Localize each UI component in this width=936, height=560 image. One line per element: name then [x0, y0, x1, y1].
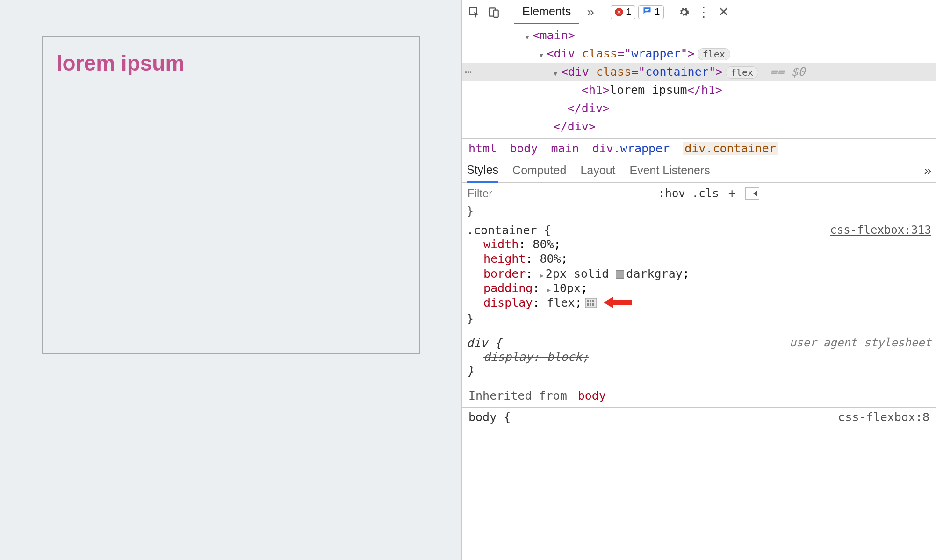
- crumb-main[interactable]: main: [551, 142, 579, 155]
- rule-source-link[interactable]: css-flexbox:8: [838, 410, 929, 424]
- svg-rect-7: [590, 300, 591, 302]
- dom-node-main[interactable]: <main>: [462, 26, 936, 44]
- svg-rect-2: [494, 10, 498, 17]
- more-subtabs-icon[interactable]: »: [924, 163, 931, 178]
- console-ref: == $0: [763, 65, 805, 79]
- svg-rect-6: [587, 300, 589, 302]
- dom-node-h1[interactable]: <h1>lorem ipsum</h1>: [462, 81, 936, 99]
- close-icon[interactable]: ✕: [715, 4, 732, 21]
- tab-elements[interactable]: Elements: [514, 0, 579, 24]
- css-val[interactable]: 10px: [553, 281, 581, 295]
- cls-toggle[interactable]: .cls: [692, 187, 719, 200]
- subtab-styles[interactable]: Styles: [467, 158, 498, 183]
- flex-pill[interactable]: flex: [698, 48, 730, 60]
- css-prop[interactable]: width: [483, 237, 518, 251]
- divider: [508, 5, 508, 19]
- settings-gear-icon[interactable]: [676, 4, 692, 21]
- svg-rect-3: [645, 9, 649, 10]
- breadcrumb: html body main div.wrapper div.container: [462, 138, 936, 158]
- styles-subtabs: Styles Computed Layout Event Listeners »: [462, 158, 936, 183]
- crumb-wrapper[interactable]: div.wrapper: [592, 142, 670, 155]
- css-val[interactable]: flex: [547, 296, 575, 309]
- css-prop[interactable]: padding: [483, 281, 533, 295]
- svg-rect-4: [645, 10, 648, 11]
- kebab-menu-icon[interactable]: ⋮: [695, 4, 712, 21]
- crumb-html[interactable]: html: [468, 142, 497, 155]
- svg-rect-10: [590, 303, 591, 306]
- devtools-toolbar: Elements » ✕ 1 1 ⋮ ✕: [462, 0, 936, 24]
- css-decl-overridden[interactable]: display: block;: [467, 350, 929, 364]
- preview-heading: lorem ipsum: [57, 50, 405, 76]
- subtab-layout[interactable]: Layout: [580, 158, 615, 183]
- container-box: lorem ipsum: [42, 36, 420, 354]
- error-count: 1: [626, 7, 631, 17]
- styles-filter-row: :hov .cls +: [462, 183, 936, 204]
- rule-source-link[interactable]: css-flexbox:313: [830, 223, 931, 237]
- css-rule-body-peek[interactable]: body { css-flexbox:8: [462, 408, 936, 427]
- css-prop[interactable]: border: [483, 267, 526, 280]
- page-preview: lorem ipsum: [0, 0, 461, 560]
- svg-rect-11: [592, 303, 594, 306]
- error-badge[interactable]: ✕ 1: [611, 5, 635, 19]
- dom-node-wrapper[interactable]: <div class="wrapper">flex: [462, 44, 936, 63]
- inherited-label: Inherited from: [468, 389, 567, 402]
- subtab-computed[interactable]: Computed: [512, 158, 566, 183]
- dom-tree[interactable]: <main> <div class="wrapper">flex <div cl…: [462, 24, 936, 138]
- flexbox-editor-icon[interactable]: [585, 297, 597, 307]
- expand-shorthand-icon[interactable]: ▶: [547, 286, 550, 294]
- issues-badge[interactable]: 1: [638, 5, 664, 19]
- error-icon: ✕: [615, 8, 623, 16]
- inherited-tag[interactable]: body: [578, 389, 606, 402]
- devtools-panel: Elements » ✕ 1 1 ⋮ ✕ <main> <div class="…: [461, 0, 936, 560]
- css-val[interactable]: 80%: [533, 237, 554, 251]
- styles-filter-input[interactable]: [462, 183, 658, 204]
- flex-pill[interactable]: flex: [726, 66, 758, 79]
- inspect-element-icon[interactable]: [466, 4, 482, 21]
- css-val[interactable]: 2px solid: [546, 267, 616, 280]
- color-swatch-icon[interactable]: [616, 270, 624, 279]
- issue-count: 1: [655, 7, 660, 17]
- divider: [605, 5, 605, 19]
- crumb-body[interactable]: body: [510, 142, 538, 155]
- annotation-arrow-icon: [604, 296, 632, 312]
- css-rule-div[interactable]: user agent stylesheet div { display: blo…: [462, 331, 936, 384]
- hov-toggle[interactable]: :hov: [658, 187, 685, 200]
- dom-node-close[interactable]: </div>: [462, 99, 936, 117]
- more-tabs-icon[interactable]: »: [582, 4, 599, 21]
- crumb-container[interactable]: div.container: [683, 142, 778, 155]
- css-prop[interactable]: display: [483, 296, 533, 309]
- new-style-rule-button[interactable]: +: [726, 186, 739, 201]
- dom-node-container[interactable]: <div class="container">flex == $0: [462, 63, 936, 81]
- css-prop[interactable]: height: [483, 252, 526, 266]
- expand-shorthand-icon[interactable]: ▶: [540, 272, 543, 279]
- toggle-computed-sidebar-icon[interactable]: [745, 187, 759, 200]
- device-toggle-icon[interactable]: [485, 4, 502, 21]
- css-rule-container[interactable]: css-flexbox:313 .container { width: 80%;…: [462, 219, 936, 331]
- svg-rect-8: [592, 300, 594, 302]
- rule-close-brace: }: [467, 365, 929, 378]
- subtab-event-listeners[interactable]: Event Listeners: [630, 158, 710, 183]
- css-val[interactable]: 80%: [540, 252, 561, 266]
- divider: [670, 5, 670, 19]
- rule-source-ua: user agent stylesheet: [790, 336, 931, 349]
- dom-node-close[interactable]: </div>: [462, 117, 936, 136]
- inherited-from-row: Inherited from body: [462, 384, 936, 408]
- styles-panel: } css-flexbox:313 .container { width: 80…: [462, 204, 936, 427]
- rule-close-brace: }: [467, 312, 929, 325]
- issues-icon: [642, 6, 652, 18]
- svg-rect-9: [587, 303, 589, 306]
